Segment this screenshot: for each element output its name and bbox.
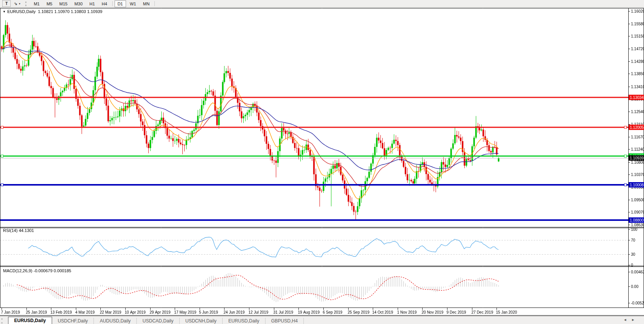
toolbar-separator <box>154 1 155 6</box>
rsi-indicator-label: RSI(14) 44.1301 <box>3 228 34 233</box>
tab-scroll-left-icon[interactable]: ◄ <box>623 318 631 322</box>
rsi-value: 44.1301 <box>19 228 34 233</box>
tab-scroll-right-icon[interactable]: ► <box>631 318 639 322</box>
tab-gbpusd-h4[interactable]: GBPUSD,H4 <box>265 318 304 324</box>
tab-audusd-daily[interactable]: AUDUSD,Daily <box>94 318 137 324</box>
price-chart-canvas[interactable] <box>0 8 644 316</box>
chart-ohlc-values: 1.10821 1.10970 1.10803 1.10939 <box>38 9 102 14</box>
chevron-down-icon: ▼ <box>18 3 21 5</box>
arrows-icon: ⇘ <box>14 1 17 6</box>
terminal-window: T ⇘▼ M1 M5 M15 M30 H1 H4 D1 W1 MN ▼EURUS… <box>0 0 644 324</box>
timeframe-button-m5[interactable]: M5 <box>43 0 55 7</box>
rsi-name: RSI(14) <box>3 228 18 233</box>
timeframe-button-h4[interactable]: H4 <box>99 0 110 7</box>
tab-eurusd-daily-2[interactable]: EURUSD,Daily <box>223 318 265 324</box>
chart-title: ▼EURUSD,Daily 1.10821 1.10970 1.10803 1.… <box>3 9 102 14</box>
chart-tab-bar: EURUSD,Daily USDCHF,Daily AUDUSD,Daily U… <box>0 316 644 324</box>
arrows-tool-button[interactable]: ⇘▼ <box>13 1 21 7</box>
collapse-triangle-icon[interactable]: ▼ <box>3 10 6 13</box>
tabbar-drag-handle[interactable] <box>1 318 4 324</box>
toolbar-drag-handle[interactable] <box>25 2 28 6</box>
timeframe-button-d1[interactable]: D1 <box>115 0 126 7</box>
tab-scroll-arrows: ◄► <box>623 318 639 322</box>
macd-name: MACD(12,26,9) <box>3 268 32 273</box>
text-label-tool-button[interactable]: T <box>2 0 11 7</box>
tab-usdcad-daily[interactable]: USDCAD,Daily <box>137 318 180 324</box>
tab-usdcnh-daily[interactable]: USDCNH,Daily <box>180 318 223 324</box>
tab-eurusd-daily-1[interactable]: EURUSD,Daily <box>8 317 52 324</box>
timeframe-button-mn[interactable]: MN <box>140 0 152 7</box>
toolbar-separator <box>112 1 113 6</box>
chart-symbol: EURUSD,Daily <box>7 9 36 14</box>
toolbar: T ⇘▼ M1 M5 M15 M30 H1 H4 D1 W1 MN <box>0 0 644 8</box>
macd-values: -0.000679 0.000185 <box>33 268 71 273</box>
tab-usdchf-daily[interactable]: USDCHF,Daily <box>52 318 94 324</box>
timeframe-button-m15[interactable]: M15 <box>56 0 70 7</box>
timeframe-button-m30[interactable]: M30 <box>71 0 85 7</box>
timeframe-button-h1[interactable]: H1 <box>87 0 98 7</box>
timeframe-button-w1[interactable]: W1 <box>127 0 139 7</box>
timeframe-button-m1[interactable]: M1 <box>31 0 43 7</box>
macd-indicator-label: MACD(12,26,9) -0.000679 0.000185 <box>3 268 71 273</box>
